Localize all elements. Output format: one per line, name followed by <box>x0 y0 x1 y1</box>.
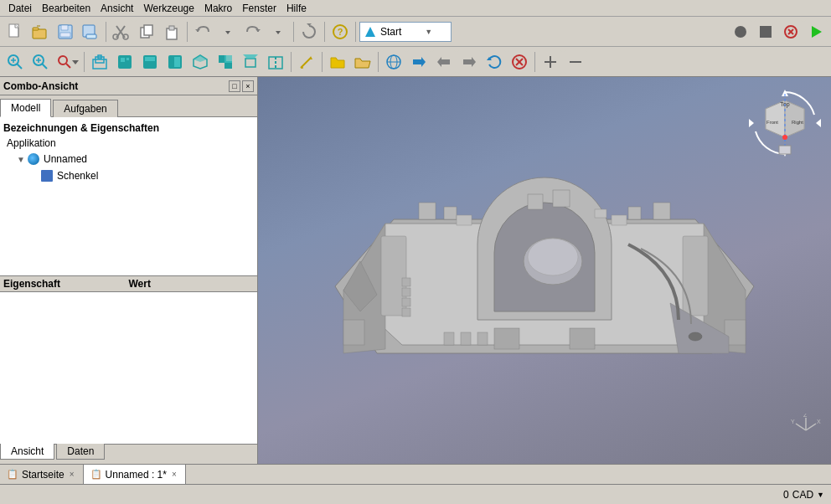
tab-aufgaben[interactable]: Aufgaben <box>53 100 117 117</box>
zoom-in-button[interactable] <box>28 50 52 74</box>
svg-marker-110 <box>816 119 821 127</box>
view-right-button[interactable] <box>163 50 187 74</box>
zoom-minus-button[interactable] <box>564 50 587 74</box>
redo-dropdown[interactable] <box>266 20 290 44</box>
stop-button[interactable] <box>754 20 777 44</box>
menu-hilfe[interactable]: Hilfe <box>281 1 312 16</box>
cut-button[interactable] <box>110 20 133 44</box>
new-button[interactable] <box>3 20 27 44</box>
svg-rect-121 <box>779 146 791 154</box>
view-section-button[interactable] <box>264 50 287 74</box>
svg-line-35 <box>42 64 47 69</box>
svg-rect-94 <box>494 328 519 349</box>
redo-button[interactable] <box>241 20 265 44</box>
tab-ansicht[interactable]: Ansicht <box>0 444 54 460</box>
separator-7 <box>291 52 292 72</box>
cad-number: 0 <box>783 489 789 501</box>
separator-10 <box>534 52 535 72</box>
save-as-button[interactable] <box>79 20 102 44</box>
sketch-button[interactable] <box>295 50 318 74</box>
arrow-right-button[interactable] <box>407 50 431 74</box>
menu-fenster[interactable]: Fenster <box>237 1 281 16</box>
cancel-button-tb[interactable] <box>779 20 803 44</box>
menu-makro[interactable]: Makro <box>199 1 237 16</box>
startseite-close[interactable]: × <box>68 470 76 479</box>
svg-rect-107 <box>402 298 410 306</box>
combo-title: Combo-Ansicht <box>3 80 78 92</box>
viewport-tab-unnamed[interactable]: 📋 Unnamed : 1* × <box>84 465 186 484</box>
undo-button[interactable] <box>191 20 214 44</box>
cad-label: CAD <box>792 489 813 501</box>
view-isometric-button[interactable] <box>188 50 212 74</box>
bluebox-icon <box>40 169 54 183</box>
sync-button[interactable] <box>483 50 506 74</box>
separator-9 <box>378 52 379 72</box>
open-folder-button[interactable] <box>351 50 374 74</box>
paste-button[interactable] <box>160 20 183 44</box>
menu-datei[interactable]: Datei <box>3 1 37 16</box>
zoom-plus-button[interactable] <box>539 50 562 74</box>
unnamed-close[interactable]: × <box>170 470 178 479</box>
viewport-tab-startseite[interactable]: 📋 Startseite × <box>0 465 84 484</box>
tree-item-schenkel[interactable]: ▶ Schenkel <box>3 167 254 184</box>
view-top-button[interactable] <box>138 50 162 74</box>
svg-rect-25 <box>760 26 772 38</box>
tree-item-unnamed[interactable]: ▼ Unnamed <box>3 151 254 167</box>
play-button[interactable] <box>804 20 828 44</box>
svg-rect-100 <box>612 215 627 225</box>
separator-1 <box>106 22 106 42</box>
back-button[interactable] <box>432 50 456 74</box>
svg-rect-2 <box>33 28 39 30</box>
separator-8 <box>322 52 323 72</box>
svg-rect-1 <box>33 29 46 39</box>
svg-line-39 <box>66 64 70 68</box>
refresh-button[interactable] <box>297 20 321 44</box>
tab-daten[interactable]: Daten <box>56 444 105 460</box>
stop-nav-button[interactable] <box>508 50 531 74</box>
menu-werkzeuge[interactable]: Werkzeuge <box>138 1 199 16</box>
view-front-button[interactable] <box>113 50 137 74</box>
zoom-dropdown-button[interactable] <box>54 50 80 74</box>
svg-text:Right: Right <box>792 120 803 125</box>
tab-modell[interactable]: Modell <box>0 99 51 117</box>
3d-part <box>335 177 754 353</box>
zoom-fit-button[interactable] <box>3 50 27 74</box>
tree-label-schenkel: Schenkel <box>57 170 98 182</box>
tree-section-label: Bezeichnungen & Eigenschaften <box>3 121 254 136</box>
record-button[interactable] <box>729 20 752 44</box>
cad-status[interactable]: 0 CAD ▼ <box>783 489 824 501</box>
svg-rect-5 <box>60 33 70 37</box>
view-axo-button[interactable] <box>214 50 237 74</box>
svg-rect-90 <box>528 194 543 209</box>
part-design-button[interactable] <box>326 50 349 74</box>
open-button[interactable] <box>28 20 52 44</box>
svg-rect-86 <box>419 203 436 219</box>
separator-5 <box>355 22 356 42</box>
svg-point-83 <box>528 239 578 275</box>
svg-rect-87 <box>444 207 457 219</box>
menu-bearbeiten[interactable]: Bearbeiten <box>37 1 95 16</box>
copy-button[interactable] <box>135 20 158 44</box>
left-panel: Combo-Ansicht □ × Modell Aufgaben Bezeic… <box>0 77 258 464</box>
viewport[interactable]: Top Front Right X Y Z <box>258 77 831 464</box>
svg-line-122 <box>806 424 816 430</box>
svg-rect-45 <box>121 58 125 62</box>
undo-dropdown[interactable] <box>216 20 240 44</box>
view-perspective-button[interactable] <box>239 50 262 74</box>
svg-rect-98 <box>477 332 488 345</box>
view-home-button[interactable] <box>88 50 111 74</box>
nav-cube[interactable]: Top Front Right <box>747 85 823 161</box>
web-button[interactable] <box>382 50 405 74</box>
forward-button[interactable] <box>457 50 481 74</box>
separator-6 <box>84 52 85 72</box>
workbench-dropdown[interactable]: Start ▼ <box>359 22 452 42</box>
help-wand-button[interactable]: ? <box>328 20 352 44</box>
nav-cube-svg: Top Front Right <box>747 85 823 161</box>
combo-restore-button[interactable]: □ <box>229 80 240 92</box>
combo-close-button[interactable]: × <box>242 80 254 92</box>
menu-ansicht[interactable]: Ansicht <box>95 1 138 16</box>
save-button[interactable] <box>54 20 77 44</box>
properties-header: Eigenschaft Wert <box>0 276 257 292</box>
svg-rect-92 <box>343 320 364 345</box>
svg-line-31 <box>17 64 22 69</box>
